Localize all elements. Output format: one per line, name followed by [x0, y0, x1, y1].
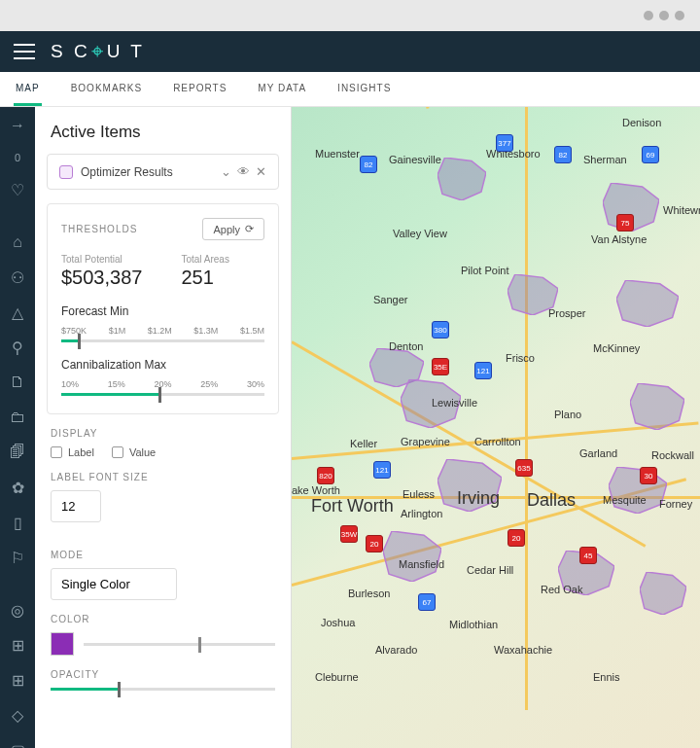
- map-city-label: Waxahachie: [494, 644, 552, 656]
- logo: S C⌖U T: [51, 41, 145, 62]
- map-region[interactable]: [630, 383, 684, 430]
- tab-map[interactable]: MAP: [14, 72, 42, 106]
- map-canvas[interactable]: DenisonMuensterGainesvilleWhitesboroSher…: [292, 107, 700, 748]
- file-icon[interactable]: 🗋: [9, 374, 26, 391]
- map-city-label: Red Oak: [541, 584, 582, 595]
- highway-shield: 69: [642, 146, 659, 163]
- left-rail: → 0 ♡ ⌂ ⚇ △ ⚲ 🗋 🗀 🗐 ✿ ▯ ⚐ ◎ ⊞ ⊞ ◇ ▢ ⊡: [0, 107, 35, 748]
- map-city-label: Cedar Hill: [467, 564, 513, 576]
- map-city-label: Whitewright: [663, 204, 700, 216]
- map-city-label: ake Worth: [292, 484, 340, 496]
- tab-my data[interactable]: MY DATA: [256, 72, 308, 106]
- map-city-label: Lewisville: [432, 397, 477, 409]
- nav-tabs: MAPBOOKMARKSREPORTSMY DATAINSIGHTS: [0, 72, 700, 107]
- slider-handle[interactable]: [118, 682, 121, 697]
- map-city-label: Fort Worth: [311, 496, 394, 516]
- mode-select[interactable]: Single Color: [51, 568, 177, 600]
- map-city-label: Rockwall: [651, 449, 694, 461]
- person-icon[interactable]: ⚇: [9, 268, 26, 286]
- cube-icon[interactable]: ◇: [9, 706, 26, 724]
- display-section-label: DISPLAY: [51, 428, 275, 439]
- map-city-label: Denton: [389, 340, 423, 352]
- map-city-label: McKinney: [593, 342, 640, 354]
- rail-count-badge: 0: [15, 152, 20, 163]
- svg-marker-11: [640, 572, 686, 615]
- folder-icon[interactable]: 🗀: [9, 409, 26, 426]
- map-city-label: Carrollton: [474, 436, 521, 447]
- shape-icon[interactable]: △: [9, 303, 26, 321]
- value-checkbox[interactable]: Value: [112, 446, 156, 458]
- fontsize-label: LABEL FONT SIZE: [51, 472, 275, 482]
- slider-handle[interactable]: [198, 637, 201, 653]
- map-city-label: Sherman: [583, 154, 627, 165]
- map-city-label: Van Alstyne: [591, 233, 647, 245]
- brain-icon[interactable]: ✿: [9, 479, 26, 496]
- svg-marker-6: [630, 383, 684, 430]
- forecast-min-label: Forecast Min: [61, 304, 264, 318]
- highway-shield: 635: [515, 459, 533, 477]
- slider-handle[interactable]: [78, 334, 81, 349]
- highway-shield: 75: [616, 214, 634, 232]
- close-icon[interactable]: ✕: [256, 164, 266, 179]
- panel-title: Active Items: [35, 107, 291, 154]
- map-city-label: Ennis: [593, 671, 620, 683]
- map-city-label: Forney: [659, 498, 692, 510]
- map-region[interactable]: [383, 531, 441, 582]
- square-icon[interactable]: ▢: [9, 741, 26, 748]
- color-swatch[interactable]: [51, 632, 74, 656]
- locate-icon[interactable]: ◎: [9, 601, 26, 619]
- highway-shield: 121: [474, 362, 492, 379]
- layer-row[interactable]: Optimizer Results ⌄ 👁 ✕: [47, 154, 279, 190]
- map-city-label: Denison: [622, 117, 661, 128]
- menu-icon[interactable]: [14, 44, 35, 59]
- device-icon[interactable]: ▯: [9, 514, 26, 531]
- slider-handle[interactable]: [158, 387, 161, 403]
- heart-icon[interactable]: ♡: [9, 181, 26, 198]
- map-city-label: Gainesville: [389, 154, 441, 165]
- grid-icon[interactable]: ⊞: [9, 671, 26, 689]
- map-city-label: Prosper: [548, 307, 586, 319]
- forecast-slider[interactable]: [61, 339, 264, 342]
- svg-marker-3: [616, 280, 679, 327]
- collapse-icon[interactable]: →: [9, 117, 26, 134]
- flag-icon[interactable]: ⚐: [9, 549, 26, 566]
- map-city-label: Arlington: [401, 508, 442, 519]
- connect-icon[interactable]: ⊞: [9, 636, 26, 654]
- map-region[interactable]: [609, 467, 667, 514]
- map-region[interactable]: [616, 280, 679, 327]
- fontsize-input[interactable]: [51, 490, 101, 522]
- map-city-label: Euless: [402, 488, 435, 500]
- highway-shield: 82: [554, 146, 572, 163]
- chrome-dot: [675, 11, 684, 20]
- tab-insights[interactable]: INSIGHTS: [335, 72, 393, 106]
- highway-shield: 82: [360, 156, 377, 173]
- tab-reports[interactable]: REPORTS: [171, 72, 228, 106]
- store-icon[interactable]: ⌂: [9, 233, 26, 251]
- layer-name: Optimizer Results: [81, 165, 213, 179]
- map-city-label: Grapevine: [401, 436, 450, 447]
- highway-shield: 35E: [432, 358, 449, 375]
- copy-icon[interactable]: 🗐: [9, 444, 26, 461]
- map-city-label: Frisco: [506, 352, 535, 364]
- map-city-label: Mesquite: [603, 494, 647, 506]
- pin-icon[interactable]: ⚲: [9, 338, 26, 356]
- map-city-label: Pilot Point: [461, 265, 509, 276]
- map-region[interactable]: [640, 572, 686, 615]
- opacity-slider[interactable]: [51, 688, 275, 691]
- map-city-label: Dallas: [527, 490, 576, 511]
- highway-shield: 20: [366, 535, 383, 552]
- highway-shield: 30: [640, 467, 657, 484]
- cannibalization-slider[interactable]: [61, 393, 264, 396]
- total-potential-value: $503,387: [61, 267, 142, 289]
- chevron-down-icon[interactable]: ⌄: [221, 164, 231, 179]
- svg-marker-0: [438, 158, 486, 200]
- chrome-dot: [659, 11, 669, 20]
- color-slider[interactable]: [84, 643, 275, 646]
- tab-bookmarks[interactable]: BOOKMARKS: [69, 72, 144, 106]
- map-city-label: Muenster: [315, 148, 360, 160]
- label-checkbox[interactable]: Label: [51, 446, 94, 458]
- highway-shield: 121: [373, 461, 391, 479]
- apply-button[interactable]: Apply⟳: [202, 218, 264, 240]
- map-region[interactable]: [438, 158, 486, 200]
- visibility-icon[interactable]: 👁: [237, 164, 250, 179]
